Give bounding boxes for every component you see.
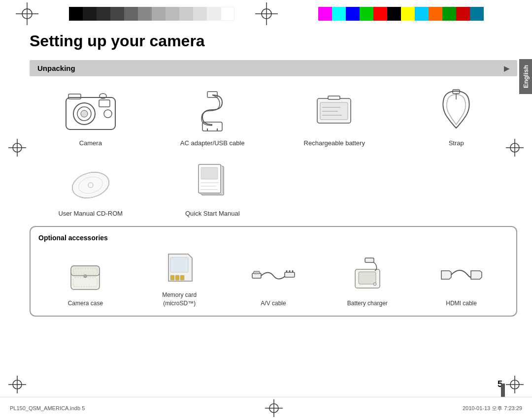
svg-point-21 [81,110,88,117]
color-strip-right [318,7,484,21]
memory-card-label: Memory card(microSD™) [162,291,197,308]
item-ac-adapter: AC adapter/USB cable [152,86,274,147]
item-strap: Strap [396,86,518,147]
av-cable-image [251,256,296,295]
svg-rect-59 [254,271,260,274]
av-cable-label: A/V cable [261,299,286,308]
reg-crosshair-top-center [254,1,279,26]
optional-memory-card: Memory card(microSD™) [133,248,227,308]
optional-accessories-box: Optional accessories [30,226,517,317]
svg-rect-65 [359,272,376,284]
optional-items-row: Camera case Memory card(mi [38,248,508,308]
unpacking-row-2: User Manual CD-ROM Quick Start Manua [30,157,517,217]
camera-case-image [67,256,104,295]
svg-rect-31 [328,96,340,99]
user-manual-label: User Manual CD-ROM [58,210,123,217]
memory-card-image [164,248,196,287]
unpacking-row-1: Camera AC adapter/USB cable [30,86,517,147]
reg-crosshair-bottom-left [7,375,27,394]
svg-rect-54 [170,275,174,280]
bottom-bar: PL150_QSM_AMERICA.indb 5 2010-01-13 오후 7… [0,397,532,419]
top-bar [0,0,532,27]
unpacking-label: Unpacking [37,64,75,72]
color-strip-left [69,7,234,21]
lang-tab: English [519,59,532,94]
svg-rect-66 [365,258,374,262]
rechargeable-battery-label: Rechargeable battery [304,139,365,147]
footer-left: PL150_QSM_AMERICA.indb 5 [10,405,85,411]
optional-camera-case: Camera case [38,256,133,308]
strap-image [436,86,476,135]
optional-hdmi-cable: HDMI cable [414,256,508,308]
rechargeable-battery-image [313,86,355,135]
ac-adapter-label: AC adapter/USB cable [180,139,245,147]
ac-adapter-image [188,86,237,135]
svg-rect-57 [170,258,188,272]
battery-charger-image [348,256,387,295]
quick-start-label: Quick Start Manual [185,210,240,217]
svg-rect-23 [99,100,110,107]
optional-av-cable: A/V cable [227,256,321,308]
optional-battery-charger: Battery charger [320,256,414,308]
unpacking-header: Unpacking ▶ [30,60,517,76]
battery-charger-label: Battery charger [347,299,388,308]
reg-crosshair-top-left [15,1,39,26]
svg-point-67 [373,283,376,286]
camera-case-label: Camera case [68,299,103,308]
svg-rect-63 [285,272,295,277]
item-rechargeable-battery: Rechargeable battery [273,86,396,147]
svg-point-40 [88,183,93,188]
user-manual-image [68,157,113,206]
item-user-manual: User Manual CD-ROM [30,157,152,217]
page-number-bar [501,384,505,398]
unpacking-arrow: ▶ [504,64,509,72]
item-quick-start: Quick Start Manual [152,157,274,217]
optional-title: Optional accessories [38,234,508,242]
reg-crosshair-left [7,138,27,158]
camera-image [64,86,118,135]
quick-start-image [194,157,231,206]
svg-rect-45 [201,167,218,179]
main-content: Setting up your camera Unpacking ▶ [30,32,517,389]
camera-label: Camera [79,139,102,147]
footer-right: 2010-01-13 오후 7:23:29 [463,405,522,412]
svg-point-53 [84,275,87,278]
page-title: Setting up your camera [30,32,517,50]
svg-point-25 [104,110,112,118]
hdmi-cable-image [440,256,482,295]
item-camera: Camera [30,86,152,147]
strap-label: Strap [449,139,464,147]
hdmi-cable-label: HDMI cable [446,299,477,308]
reg-crosshair-bottom-center [264,398,284,418]
svg-rect-55 [175,275,179,280]
svg-rect-56 [180,275,184,280]
svg-rect-22 [68,94,81,99]
